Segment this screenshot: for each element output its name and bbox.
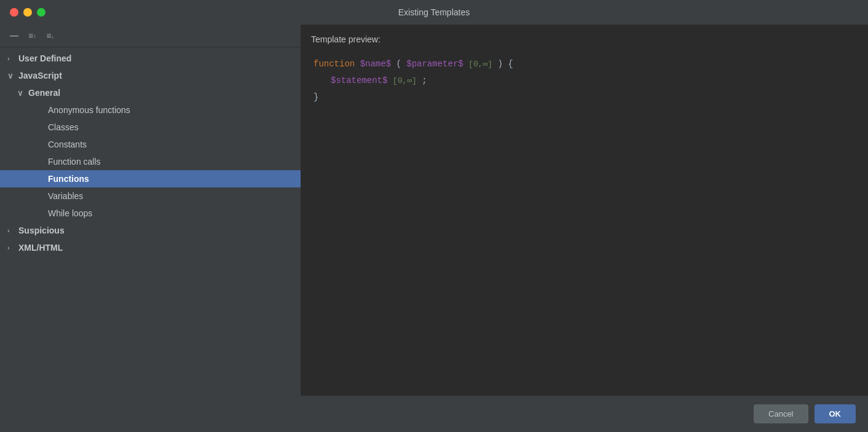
- sidebar-item-label: Functions: [48, 174, 89, 184]
- toolbar: — ≡↑ ≡↓: [0, 25, 301, 47]
- preview-label: Template preview:: [311, 34, 858, 44]
- left-panel: — ≡↑ ≡↓ › User Defined ∨ JavaScript: [0, 25, 301, 396]
- expand-to-button[interactable]: ≡↓: [44, 29, 57, 42]
- code-preview: function $name$ ( $parameter$ [0,∞] ) { …: [311, 52, 858, 386]
- sidebar-item-classes[interactable]: Classes: [0, 119, 301, 136]
- code-close-paren: ) {: [498, 59, 513, 69]
- keyword-function: function: [314, 59, 355, 69]
- minimize-button[interactable]: [23, 8, 32, 17]
- cancel-button[interactable]: Cancel: [754, 404, 808, 423]
- code-parameter: $parameter$: [406, 59, 463, 69]
- sidebar-item-label: Anonymous functions: [48, 105, 130, 115]
- title-bar: Existing Templates: [0, 0, 868, 25]
- dialog: Existing Templates — ≡↑ ≡↓ › User Def: [0, 0, 868, 432]
- code-semicolon: ;: [422, 76, 427, 85]
- collapse-to-button[interactable]: ≡↑: [26, 29, 39, 42]
- chevron-right-icon: ›: [7, 227, 15, 234]
- code-statement: $statement$: [331, 76, 387, 85]
- maximize-button[interactable]: [37, 8, 45, 17]
- sidebar-item-label: Classes: [48, 122, 79, 132]
- sidebar-item-label: Constants: [48, 139, 87, 149]
- code-line-2: $statement$ [0,∞] ;: [314, 73, 856, 88]
- window-controls: [10, 8, 45, 17]
- sidebar-item-label: XML/HTML: [18, 243, 63, 253]
- collapse-all-icon: —: [10, 31, 18, 41]
- expand-to-icon: ≡↓: [46, 31, 54, 41]
- sidebar-item-label: General: [28, 88, 60, 98]
- sidebar-item-javascript[interactable]: ∨ JavaScript: [0, 67, 301, 84]
- ok-button[interactable]: OK: [815, 404, 856, 423]
- sidebar-item-label: User Defined: [18, 53, 71, 63]
- chevron-right-icon: ›: [7, 55, 15, 62]
- collapse-all-button[interactable]: —: [7, 29, 21, 42]
- sidebar-item-suspicious[interactable]: › Suspicious: [0, 222, 301, 239]
- sidebar-item-label: Variables: [48, 191, 83, 201]
- code-line-1: function $name$ ( $parameter$ [0,∞] ) {: [314, 57, 856, 72]
- sidebar-item-label: Suspicious: [18, 226, 65, 235]
- sidebar-item-label: JavaScript: [18, 71, 62, 81]
- right-panel: Template preview: function $name$ ( $par…: [301, 25, 868, 396]
- code-param-meta: [0,∞]: [468, 60, 492, 69]
- chevron-down-icon: ∨: [17, 88, 25, 98]
- dialog-body: — ≡↑ ≡↓ › User Defined ∨ JavaScript: [0, 25, 868, 396]
- sidebar-item-while-loops[interactable]: While loops: [0, 205, 301, 222]
- sidebar-item-anonymous-functions[interactable]: Anonymous functions: [0, 101, 301, 119]
- code-line-3: }: [314, 90, 856, 105]
- sidebar-item-constants[interactable]: Constants: [0, 136, 301, 153]
- sidebar-item-xml-html[interactable]: › XML/HTML: [0, 239, 301, 256]
- close-button[interactable]: [10, 8, 18, 17]
- dialog-title: Existing Templates: [398, 7, 470, 17]
- chevron-right-icon: ›: [7, 244, 15, 251]
- sidebar-item-variables[interactable]: Variables: [0, 187, 301, 205]
- code-close-brace: }: [314, 92, 318, 102]
- collapse-to-icon: ≡↑: [28, 31, 36, 41]
- tree: › User Defined ∨ JavaScript ∨ General An…: [0, 47, 301, 396]
- dialog-footer: Cancel OK: [0, 396, 868, 432]
- sidebar-item-label: Function calls: [48, 157, 101, 167]
- chevron-down-icon: ∨: [7, 71, 15, 81]
- code-function-name: $name$: [360, 59, 391, 69]
- code-open-paren: (: [396, 59, 401, 69]
- sidebar-item-label: While loops: [48, 208, 92, 218]
- sidebar-item-user-defined[interactable]: › User Defined: [0, 50, 301, 67]
- sidebar-item-function-calls[interactable]: Function calls: [0, 153, 301, 170]
- code-stmt-meta: [0,∞]: [393, 76, 417, 85]
- sidebar-item-functions[interactable]: Functions: [0, 170, 301, 187]
- sidebar-item-general[interactable]: ∨ General: [0, 84, 301, 101]
